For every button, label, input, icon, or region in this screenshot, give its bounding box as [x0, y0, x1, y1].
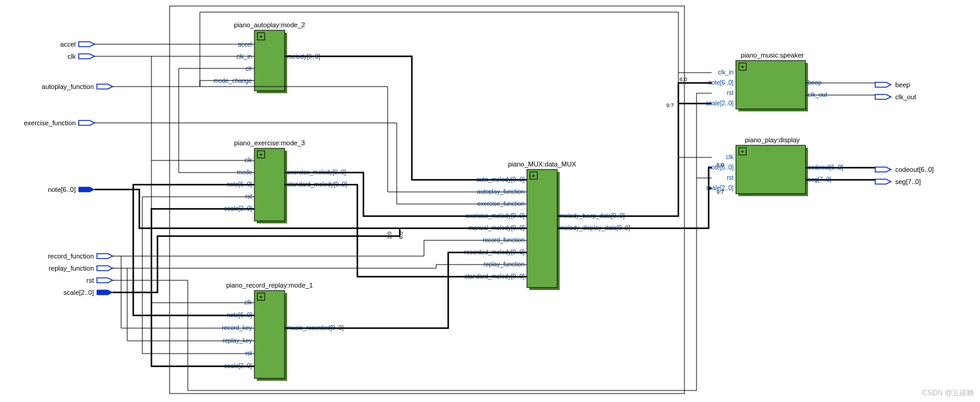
block-piano-autoplay[interactable]: piano_autoplay:mode_2 + accel clk_in clr… — [214, 21, 320, 93]
svg-text:6:0: 6:0 — [398, 231, 404, 239]
svg-text:piano_music:speaker: piano_music:speaker — [741, 51, 804, 59]
input-scale[interactable]: scale[2..0] — [64, 289, 113, 296]
svg-text:rst: rst — [87, 277, 94, 284]
svg-text:+: + — [259, 294, 263, 300]
svg-text:note[6..0]: note[6..0] — [708, 79, 733, 86]
input-replay-function[interactable]: replay_function — [48, 265, 113, 272]
svg-text:codeout[6..0]: codeout[6..0] — [895, 166, 934, 173]
svg-text:clk_out: clk_out — [895, 93, 916, 100]
block-piano-play-display[interactable]: piano_play:display + clk note[6..0] rst … — [706, 136, 843, 196]
boundary-box — [170, 6, 684, 394]
svg-text:piano_MUX:data_MUX: piano_MUX:data_MUX — [508, 160, 577, 168]
input-record-function[interactable]: record_function — [48, 252, 113, 260]
input-note[interactable]: note[6..0] — [48, 186, 94, 193]
svg-text:clk_in: clk_in — [718, 69, 733, 76]
svg-text:exercise_function: exercise_function — [24, 119, 76, 127]
svg-text:accel: accel — [60, 41, 76, 48]
svg-text:rst: rst — [727, 174, 733, 181]
svg-text:rst: rst — [727, 90, 733, 96]
block-piano-exercise[interactable]: piano_exercise:mode_3 + clk mode note[6.… — [224, 139, 347, 223]
svg-text:piano_record_replay:mode_1: piano_record_replay:mode_1 — [226, 282, 313, 289]
input-autoplay-function[interactable]: autoplay_function — [42, 83, 113, 90]
svg-text:piano_play:display: piano_play:display — [745, 136, 800, 143]
schematic-canvas: accel clk autoplay_function exercise_fun… — [0, 0, 980, 402]
input-accel[interactable]: accel — [60, 41, 94, 48]
input-exercise-function[interactable]: exercise_function — [24, 119, 94, 127]
watermark: CSDN @五碳糖 — [922, 388, 974, 398]
svg-text:replay_function: replay_function — [48, 265, 94, 272]
svg-text:6:0: 6:0 — [717, 162, 724, 168]
svg-text:piano_autoplay:mode_2: piano_autoplay:mode_2 — [234, 21, 305, 28]
input-ports: accel clk autoplay_function exercise_fun… — [24, 41, 113, 296]
svg-text:autoplay_function: autoplay_function — [42, 83, 94, 90]
svg-text:scale[2..0]: scale[2..0] — [64, 289, 94, 296]
svg-text:note[6..0]: note[6..0] — [48, 186, 76, 193]
svg-text:9:7: 9:7 — [666, 102, 674, 108]
output-ports: beep clk_out codeout[6..0] seg[7..0] — [875, 81, 934, 185]
svg-text:+: + — [259, 151, 263, 158]
svg-text:record_function: record_function — [48, 252, 94, 260]
svg-text:seg[7..0]: seg[7..0] — [895, 178, 921, 185]
svg-text:+: + — [741, 148, 744, 155]
svg-text:9:7: 9:7 — [717, 189, 724, 195]
svg-rect-37 — [254, 291, 285, 378]
svg-text:clk: clk — [68, 53, 76, 60]
svg-text:beep: beep — [895, 81, 910, 88]
svg-rect-49 — [527, 170, 557, 288]
output-clk-out[interactable]: clk_out — [875, 93, 916, 100]
svg-text:piano_exercise:mode_3: piano_exercise:mode_3 — [234, 139, 305, 147]
input-rst[interactable]: rst — [87, 277, 113, 284]
svg-text:6:0: 6:0 — [680, 76, 687, 82]
block-piano-music-speaker[interactable]: piano_music:speaker + clk_in note[6..0] … — [706, 51, 827, 111]
input-clk[interactable]: clk — [68, 53, 94, 60]
output-beep[interactable]: beep — [875, 81, 910, 88]
svg-text:clk: clk — [726, 154, 734, 160]
svg-text:+: + — [259, 33, 263, 40]
svg-text:+: + — [532, 173, 535, 179]
svg-text:+: + — [741, 64, 744, 70]
output-seg[interactable]: seg[7..0] — [875, 178, 921, 185]
svg-text:2:0: 2:0 — [386, 231, 392, 239]
svg-rect-25 — [254, 148, 285, 221]
output-codeout[interactable]: codeout[6..0] — [875, 166, 934, 173]
